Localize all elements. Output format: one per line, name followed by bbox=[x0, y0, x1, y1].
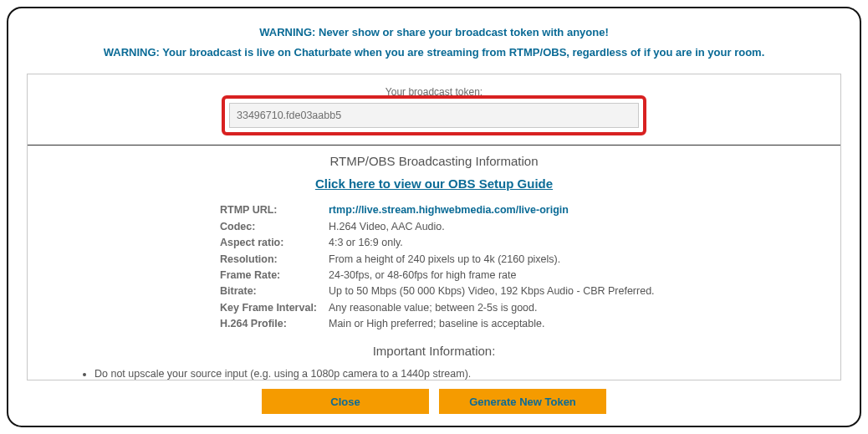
spec-key: Bitrate: bbox=[220, 283, 329, 299]
spec-val: H.264 Video, AAC Audio. bbox=[329, 219, 445, 235]
spec-key: RTMP URL: bbox=[220, 202, 329, 218]
spec-key: Key Frame Interval: bbox=[220, 300, 329, 316]
spec-table: RTMP URL:rtmp://live.stream.highwebmedia… bbox=[28, 202, 840, 332]
obs-guide-link[interactable]: Click here to view our OBS Setup Guide bbox=[28, 176, 840, 191]
spec-key: Resolution: bbox=[220, 252, 329, 268]
button-row: Close Generate New Token bbox=[27, 380, 841, 414]
spec-key: H.264 Profile: bbox=[220, 316, 329, 332]
content-scroll-area[interactable]: Your broadcast token: RTMP/OBS Broadcast… bbox=[27, 74, 841, 380]
spec-key: Frame Rate: bbox=[220, 268, 329, 283]
spec-row: H.264 Profile:Main or High preferred; ba… bbox=[220, 316, 840, 332]
spec-row: Codec:H.264 Video, AAC Audio. bbox=[220, 219, 840, 235]
spec-row: Bitrate:Up to 50 Mbps (50 000 Kbps) Vide… bbox=[220, 283, 840, 299]
note-item: Do not upscale your source input (e.g. u… bbox=[94, 366, 840, 380]
spec-val: 4:3 or 16:9 only. bbox=[329, 235, 403, 251]
token-box-wrap bbox=[28, 103, 840, 128]
warning-line-2: WARNING: Your broadcast is live on Chatu… bbox=[27, 45, 841, 60]
spec-row: Aspect ratio:4:3 or 16:9 only. bbox=[220, 235, 840, 251]
broadcast-token-input[interactable] bbox=[229, 103, 639, 128]
spec-val-rtmp-url[interactable]: rtmp://live.stream.highwebmedia.com/live… bbox=[329, 202, 569, 218]
warnings-block: WARNING: Never show or share your broadc… bbox=[27, 20, 841, 65]
spec-key: Aspect ratio: bbox=[220, 235, 329, 251]
token-label: Your broadcast token: bbox=[28, 86, 840, 98]
spec-val: From a height of 240 pixels up to 4k (21… bbox=[329, 252, 560, 268]
spec-val: Up to 50 Mbps (50 000 Kbps) Video, 192 K… bbox=[329, 283, 655, 299]
spec-row: RTMP URL:rtmp://live.stream.highwebmedia… bbox=[220, 202, 840, 218]
spec-val: Main or High preferred; baseline is acce… bbox=[329, 316, 544, 332]
important-title: Important Information: bbox=[28, 344, 840, 358]
notes-list: Do not upscale your source input (e.g. u… bbox=[28, 366, 840, 380]
spec-key: Codec: bbox=[220, 219, 329, 235]
spec-row: Key Frame Interval:Any reasonable value;… bbox=[220, 300, 840, 316]
spec-row: Resolution:From a height of 240 pixels u… bbox=[220, 252, 840, 268]
generate-token-button[interactable]: Generate New Token bbox=[439, 389, 606, 414]
spec-row: Frame Rate:24-30fps, or 48-60fps for hig… bbox=[220, 268, 840, 283]
spec-val: Any reasonable value; between 2-5s is go… bbox=[329, 300, 537, 316]
broadcast-token-dialog: WARNING: Never show or share your broadc… bbox=[7, 7, 861, 427]
separator bbox=[28, 145, 840, 146]
close-button[interactable]: Close bbox=[262, 389, 429, 414]
warning-line-1: WARNING: Never show or share your broadc… bbox=[27, 25, 841, 40]
spec-val: 24-30fps, or 48-60fps for high frame rat… bbox=[329, 268, 516, 283]
section-title: RTMP/OBS Broadcasting Information bbox=[28, 154, 840, 168]
